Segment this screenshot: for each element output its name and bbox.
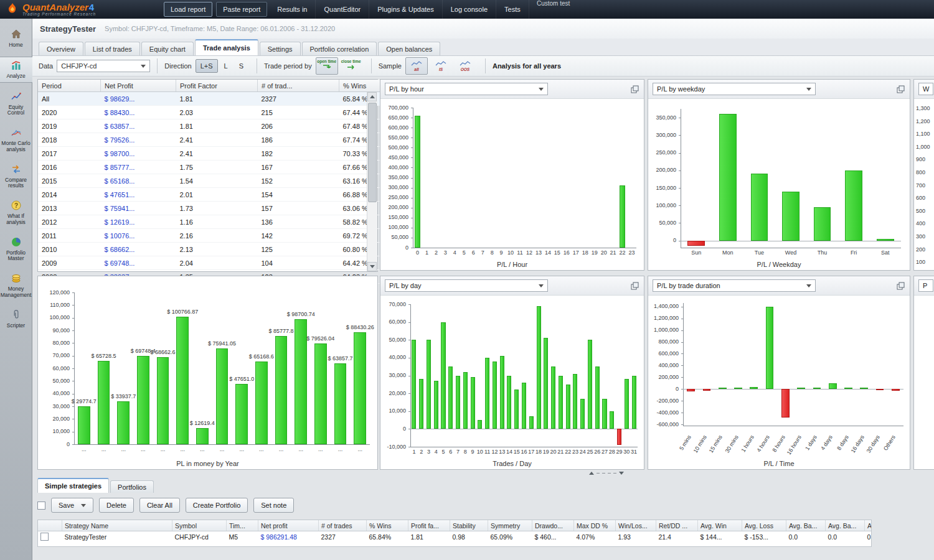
popout-icon[interactable]: [895, 84, 905, 94]
chart-type-dropdown[interactable]: P/L by weekday: [653, 83, 816, 95]
period-row[interactable]: 2012$ 12619...1.1613658.82 %: [38, 215, 408, 229]
menu-item-tests[interactable]: Tests: [496, 0, 529, 19]
pager-down-icon[interactable]: [619, 472, 624, 475]
bar: [235, 384, 248, 444]
clear-all-button[interactable]: Clear All: [139, 498, 180, 513]
popout-icon[interactable]: [895, 281, 905, 291]
direction-short-button[interactable]: S: [234, 59, 248, 73]
strategies-column-header[interactable]: Symmetry: [488, 520, 532, 531]
sample-is-button[interactable]: IS: [430, 57, 452, 75]
period-row[interactable]: 2011$ 10076...2.1614269.72 %: [38, 229, 408, 243]
scroll-up-button[interactable]: [367, 92, 377, 101]
strategies-column-header[interactable]: Avg. Win: [698, 520, 742, 531]
strategy-row[interactable]: StrategyTesterCHFJPY-cdM5$ 986291.482327…: [38, 531, 872, 543]
tab-list-of-trades[interactable]: List of trades: [85, 42, 140, 55]
strategies-column-header[interactable]: Symbol: [172, 520, 227, 531]
period-row[interactable]: 2017$ 98700...2.4118270.33 %: [38, 147, 408, 161]
sample-all-button[interactable]: all: [405, 57, 428, 75]
period-row[interactable]: 2019$ 63857...1.8120667.48 %: [38, 119, 408, 133]
create-portfolio-button[interactable]: Create Portfolio: [186, 498, 248, 513]
x-tick-label: 10: [506, 250, 516, 256]
scroll-down-button[interactable]: [367, 262, 377, 271]
period-row[interactable]: 2013$ 75941...1.7315763.06 %: [38, 202, 408, 215]
table-scrollbar[interactable]: [367, 92, 377, 271]
menu-item-plugins-updates[interactable]: Plugins & Updates: [369, 0, 443, 19]
sidebar-item-scripter[interactable]: Scripter: [0, 307, 32, 332]
pl-by-hour-panel: P/L by hour 050,000100,000150,000200,000…: [380, 79, 644, 271]
strategies-column-header[interactable]: Stability: [450, 520, 488, 531]
sidebar-item-home[interactable]: Home: [0, 26, 32, 51]
tab-portfolios[interactable]: Portfolios: [110, 480, 154, 493]
close-time-button[interactable]: close time: [340, 57, 362, 75]
bar: [529, 416, 534, 429]
strategies-column-header[interactable]: Win/Los...: [616, 520, 656, 531]
chart-type-dropdown[interactable]: P/L by hour: [385, 83, 548, 95]
chart-pager[interactable]: [589, 472, 624, 475]
tab-portfolio-correlation[interactable]: Portfolio correlation: [302, 42, 377, 55]
bar: [216, 348, 229, 444]
set-note-button[interactable]: Set note: [253, 498, 294, 513]
menu-item-results-in[interactable]: Results in: [269, 0, 316, 19]
popout-icon[interactable]: [630, 281, 639, 291]
chart-type-dropdown[interactable]: P/L by day: [385, 279, 548, 292]
sidebar-item-analyze[interactable]: Analyze: [0, 57, 32, 83]
sidebar-item-money-management[interactable]: Money Management: [0, 270, 32, 301]
strategies-column-header[interactable]: Tim...: [227, 520, 258, 531]
sidebar-item-monte-carlo-analysis[interactable]: Monte Carlo analysis: [0, 124, 32, 156]
period-row[interactable]: 2016$ 85777...1.7516767.66 %: [38, 161, 408, 174]
period-row[interactable]: 2014$ 47651...2.0115466.88 %: [38, 188, 408, 202]
popout-icon[interactable]: [630, 84, 639, 94]
data-symbol-dropdown[interactable]: CHFJPY-cd: [57, 60, 150, 72]
periods-column-header[interactable]: Period: [38, 80, 101, 92]
tab-overview[interactable]: Overview: [39, 42, 83, 55]
strategies-column-header[interactable]: Avg. Ba...: [826, 520, 865, 531]
menu-item-load-report[interactable]: Load report: [164, 2, 212, 17]
sidebar-item-what-if-analysis[interactable]: ?What If analysis: [0, 197, 32, 228]
direction-ls-button[interactable]: L+S: [196, 59, 218, 73]
strategies-column-header[interactable]: Avg. Ba...: [786, 520, 826, 531]
tab-open-balances[interactable]: Open balances: [378, 42, 440, 55]
strategies-column-header[interactable]: Strategy Name: [62, 520, 172, 531]
periods-column-header[interactable]: Profit Factor: [176, 80, 258, 92]
period-row[interactable]: 2010$ 68662...2.1312560.80 %: [38, 243, 408, 256]
period-row[interactable]: 2020$ 88430...2.0321567.44 %: [38, 106, 408, 119]
pager-up-icon[interactable]: [589, 472, 594, 475]
sample-oos-button[interactable]: OOS: [454, 57, 476, 75]
chart-type-dropdown[interactable]: P/L by trade duration: [653, 279, 816, 292]
sidebar-item-portfolio-master[interactable]: Portfolio Master: [0, 234, 32, 265]
tab-simple-strategies[interactable]: Simple strategies: [37, 478, 109, 493]
strategies-column-header[interactable]: % Wins: [367, 520, 408, 531]
menu-item-log-console[interactable]: Log console: [443, 0, 496, 19]
menu-item-paste-report[interactable]: Paste report: [216, 2, 267, 17]
strategies-column-header[interactable]: Drawdo...: [532, 520, 574, 531]
sidebar-item-compare-results[interactable]: Compare results: [0, 161, 32, 192]
menu-item-custom-test[interactable]: Custom test: [537, 0, 570, 7]
periods-column-header[interactable]: Net Profit: [101, 80, 176, 92]
strategies-column-header[interactable]: Net profit: [258, 520, 319, 531]
tab-trade-analysis[interactable]: Trade analysis: [195, 39, 258, 55]
period-row[interactable]: All$ 98629...1.81232765.84 %: [38, 92, 408, 106]
period-row[interactable]: 2015$ 65168...1.5415263.16 %: [38, 174, 408, 188]
tab-equity-chart[interactable]: Equity chart: [141, 42, 194, 55]
save-button[interactable]: Save: [51, 498, 93, 513]
delete-button[interactable]: Delete: [99, 498, 134, 513]
menu-item-quanteditor[interactable]: QuantEditor: [316, 0, 369, 19]
strategies-column-header[interactable]: Profit fa...: [408, 520, 450, 531]
strategies-column-header[interactable]: Avg. Ba...: [865, 520, 872, 531]
strategies-column-header[interactable]: Max DD %: [574, 520, 616, 531]
period-row[interactable]: 2009$ 69748...2.0410464.42 %: [38, 256, 408, 270]
scrollbar-thumb[interactable]: [368, 103, 377, 202]
sidebar-item-equity-control[interactable]: Equity Control: [0, 88, 32, 119]
select-all-checkbox[interactable]: [37, 502, 45, 510]
direction-long-button[interactable]: L: [219, 59, 233, 73]
strategies-column-header[interactable]: Ret/DD ...: [656, 520, 698, 531]
strategies-column-header[interactable]: # of trades: [319, 520, 367, 531]
period-row[interactable]: 2018$ 79526...2.4118667.74 %: [38, 133, 408, 147]
strategies-column-header[interactable]: Avg. Loss: [742, 520, 786, 531]
chart-type-dropdown[interactable]: P: [918, 279, 933, 292]
row-checkbox[interactable]: [40, 533, 49, 541]
tab-settings[interactable]: Settings: [260, 42, 301, 55]
open-time-button[interactable]: open time: [316, 57, 338, 75]
periods-column-header[interactable]: # of trad...: [258, 80, 339, 92]
chart-type-dropdown[interactable]: W: [918, 83, 933, 95]
